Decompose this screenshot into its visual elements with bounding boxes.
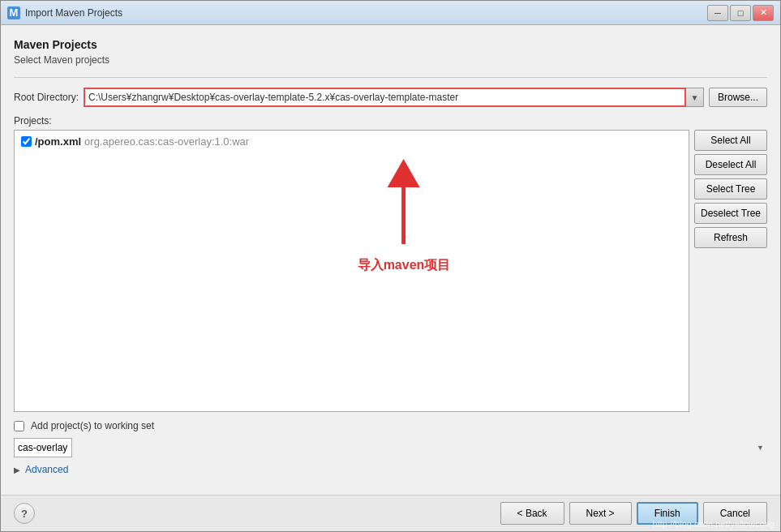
side-buttons: Select All Deselect All Select Tree Dese…	[694, 130, 767, 412]
main-window: M Import Maven Projects ─ □ ✕ Maven Proj…	[0, 0, 781, 532]
cancel-button[interactable]: Cancel	[703, 502, 767, 525]
advanced-label: Advanced	[25, 464, 68, 475]
refresh-button[interactable]: Refresh	[694, 227, 767, 248]
select-tree-button[interactable]: Select Tree	[694, 178, 767, 200]
annotation-text: 导入maven项目	[358, 257, 451, 274]
window-title: Import Maven Projects	[25, 7, 707, 19]
deselect-all-button[interactable]: Deselect All	[694, 154, 767, 175]
next-button[interactable]: Next >	[569, 502, 632, 525]
annotation-arrow	[380, 155, 428, 252]
help-button[interactable]: ?	[14, 503, 35, 524]
list-item: /pom.xml org.apereo.cas:cas-overlay:1.0:…	[18, 134, 685, 149]
advanced-triangle-icon: ▶	[14, 466, 20, 474]
working-set-select-wrap: cas-overlay	[14, 438, 767, 457]
section-subtitle: Select Maven projects	[14, 54, 767, 66]
back-button[interactable]: < Back	[500, 502, 564, 525]
project-checkbox[interactable]	[21, 136, 32, 147]
window-icon: M	[7, 6, 20, 19]
finish-button[interactable]: Finish	[637, 502, 698, 525]
deselect-tree-button[interactable]: Deselect Tree	[694, 203, 767, 224]
root-directory-label: Root Directory:	[14, 92, 79, 103]
close-button[interactable]: ✕	[753, 5, 774, 21]
browse-button[interactable]: Browse...	[709, 88, 767, 107]
working-set-row: Add project(s) to working set	[14, 420, 767, 431]
projects-label: Projects:	[14, 115, 767, 127]
working-set-label: Add project(s) to working set	[31, 420, 154, 431]
root-directory-row: Root Directory: ▼ Browse...	[14, 88, 767, 107]
select-all-button[interactable]: Select All	[694, 130, 767, 151]
maximize-button[interactable]: □	[730, 5, 751, 21]
main-content: Maven Projects Select Maven projects Roo…	[1, 25, 780, 495]
projects-list: /pom.xml org.apereo.cas:cas-overlay:1.0:…	[14, 130, 689, 412]
root-directory-input-wrap: ▼	[84, 88, 704, 107]
projects-area: /pom.xml org.apereo.cas:cas-overlay:1.0:…	[14, 130, 767, 412]
divider	[14, 77, 767, 78]
minimize-button[interactable]: ─	[707, 5, 728, 21]
root-directory-input[interactable]	[84, 88, 686, 107]
advanced-row[interactable]: ▶ Advanced	[14, 464, 767, 475]
title-bar-controls: ─ □ ✕	[707, 5, 774, 21]
project-name: /pom.xml	[35, 135, 81, 148]
title-bar: M Import Maven Projects ─ □ ✕	[1, 1, 780, 25]
footer: ? < Back Next > Finish Cancel	[1, 495, 780, 531]
svg-marker-1	[388, 159, 420, 187]
working-set-select[interactable]: cas-overlay	[14, 438, 72, 457]
root-directory-dropdown[interactable]: ▼	[686, 88, 704, 107]
working-set-checkbox[interactable]	[14, 421, 24, 431]
project-id: org.apereo.cas:cas-overlay:1.0:war	[84, 135, 249, 148]
section-title: Maven Projects	[14, 38, 767, 51]
